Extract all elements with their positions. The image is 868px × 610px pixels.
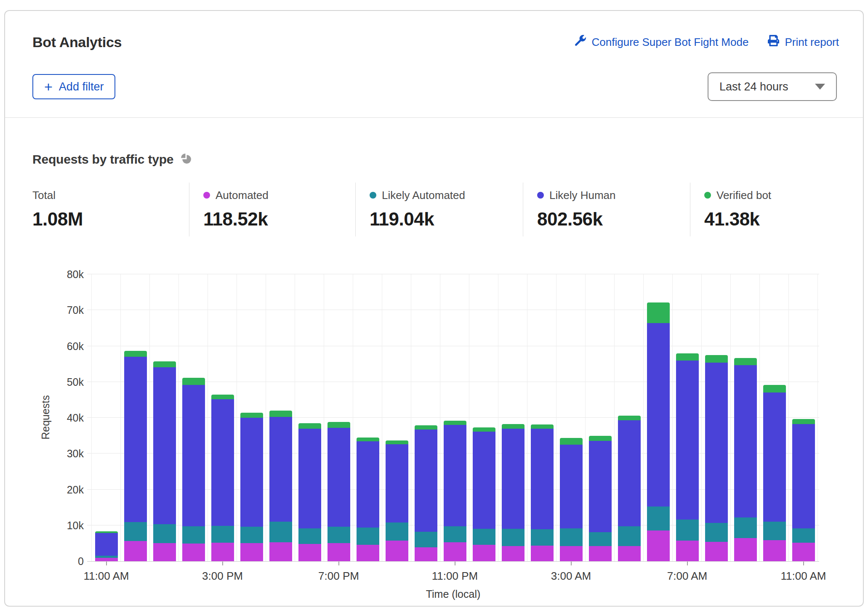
bar-3-00-pm[interactable] xyxy=(211,395,234,561)
y-tick-label: 10k xyxy=(5,520,84,532)
segment-likely-automated xyxy=(676,520,699,540)
bar-12-00-am[interactable] xyxy=(473,427,495,561)
bar-1-00-pm[interactable] xyxy=(153,361,176,561)
segment-likely-human xyxy=(386,444,408,522)
print-report-link[interactable]: Print report xyxy=(768,35,839,49)
bar-3-00-am[interactable] xyxy=(560,438,583,561)
y-tick-label: 20k xyxy=(5,484,84,496)
stat-verified-bot[interactable]: Verified bot 41.38k xyxy=(690,183,771,236)
stat-total-label: Total xyxy=(32,189,56,202)
bar-5-00-am[interactable] xyxy=(618,416,641,561)
bar-11-00-pm[interactable] xyxy=(444,421,466,561)
segment-likely-automated xyxy=(792,528,815,542)
bar-6-00-pm[interactable] xyxy=(298,423,321,561)
segment-likely-automated xyxy=(327,527,350,543)
segment-likely-automated xyxy=(618,526,641,546)
segment-automated xyxy=(357,545,379,561)
segment-likely-automated xyxy=(734,517,757,538)
v-gridline xyxy=(643,274,644,561)
segment-likely-human xyxy=(298,429,321,528)
plot-area: Time (local) 11:00 AM3:00 PM7:00 PM11:00… xyxy=(87,270,819,562)
v-gridline xyxy=(788,274,789,561)
segment-verified-bot xyxy=(705,355,728,363)
bar-5-00-pm[interactable] xyxy=(269,411,292,561)
v-gridline xyxy=(527,274,527,561)
bar-4-00-am[interactable] xyxy=(589,436,612,561)
segment-verified-bot xyxy=(734,358,757,365)
v-gridline xyxy=(353,274,353,561)
segment-automated xyxy=(531,546,554,561)
stat-likely-human[interactable]: Likely Human 802.56k xyxy=(523,183,690,236)
segment-likely-automated xyxy=(357,528,379,545)
segment-likely-human xyxy=(473,432,495,529)
bar-8-00-am[interactable] xyxy=(705,355,728,561)
segment-likely-human xyxy=(327,428,350,527)
bar-12-00-pm[interactable] xyxy=(124,351,147,561)
segment-automated xyxy=(705,542,728,561)
segment-likely-automated xyxy=(444,526,466,542)
segment-verified-bot xyxy=(415,425,437,430)
segment-likely-automated xyxy=(124,522,147,541)
v-gridline xyxy=(672,274,673,561)
bar-11-00-am[interactable] xyxy=(792,419,815,561)
y-tick-label: 80k xyxy=(5,268,84,281)
v-gridline xyxy=(585,274,586,561)
x-tick xyxy=(455,562,455,565)
segment-likely-human xyxy=(269,417,292,522)
header: Bot Analytics Configure Super Bot Fight … xyxy=(32,33,839,51)
segment-verified-bot xyxy=(618,416,641,420)
verified-bot-legend-dot xyxy=(704,192,711,199)
h-gridline xyxy=(87,274,819,274)
print-link-label: Print report xyxy=(785,36,839,49)
bar-1-00-am[interactable] xyxy=(502,424,525,561)
segment-automated xyxy=(763,540,786,561)
v-gridline xyxy=(295,274,295,561)
bar-7-00-am[interactable] xyxy=(676,353,699,561)
configure-super-bot-fight-mode-link[interactable]: Configure Super Bot Fight Mode xyxy=(575,35,749,49)
x-tick xyxy=(803,562,804,565)
v-gridline xyxy=(91,274,92,561)
v-gridline xyxy=(120,274,121,561)
bar-2-00-am[interactable] xyxy=(531,424,554,561)
segment-automated xyxy=(327,543,350,561)
v-gridline xyxy=(266,274,266,561)
x-tick-label: 7:00 AM xyxy=(667,570,707,583)
x-tick-label: 3:00 AM xyxy=(551,570,591,583)
stat-total[interactable]: Total 1.08M xyxy=(5,183,189,236)
bar-8-00-pm[interactable] xyxy=(357,438,379,561)
segment-likely-human xyxy=(705,363,728,523)
stat-likely-automated-value: 119.04k xyxy=(370,209,523,230)
v-gridline xyxy=(237,274,237,561)
time-range-dropdown[interactable]: Last 24 hours xyxy=(708,72,837,101)
stat-automated[interactable]: Automated 118.52k xyxy=(189,183,355,236)
segment-verified-bot xyxy=(327,422,350,428)
bar-6-00-am[interactable] xyxy=(647,302,670,562)
bar-9-00-am[interactable] xyxy=(734,358,757,561)
header-links: Configure Super Bot Fight Mode Print rep… xyxy=(575,35,839,49)
add-filter-label: Add filter xyxy=(59,80,104,93)
stat-likely-automated[interactable]: Likely Automated 119.04k xyxy=(355,183,523,236)
segment-likely-human xyxy=(618,420,641,526)
bar-7-00-pm[interactable] xyxy=(327,422,350,561)
v-gridline xyxy=(178,274,179,561)
section-header: Requests by traffic type xyxy=(32,152,192,167)
bar-2-00-pm[interactable] xyxy=(182,378,205,561)
segment-verified-bot xyxy=(792,419,815,424)
add-filter-button[interactable]: + Add filter xyxy=(32,74,115,99)
bar-4-00-pm[interactable] xyxy=(240,413,263,561)
segment-verified-bot xyxy=(182,378,205,385)
segment-verified-bot xyxy=(269,411,292,417)
bot-analytics-card: Bot Analytics Configure Super Bot Fight … xyxy=(4,10,864,607)
bar-11-00-am[interactable] xyxy=(95,531,118,561)
bar-9-00-pm[interactable] xyxy=(386,440,408,561)
segment-likely-automated xyxy=(298,528,321,544)
segment-likely-human xyxy=(792,424,815,528)
v-gridline xyxy=(440,274,440,561)
stat-automated-value: 118.52k xyxy=(203,209,355,230)
bar-10-00-pm[interactable] xyxy=(415,425,437,561)
bar-10-00-am[interactable] xyxy=(763,385,786,561)
x-tick xyxy=(106,562,107,565)
segment-likely-human xyxy=(444,425,466,526)
segment-likely-automated xyxy=(153,524,176,543)
v-gridline xyxy=(701,274,702,561)
